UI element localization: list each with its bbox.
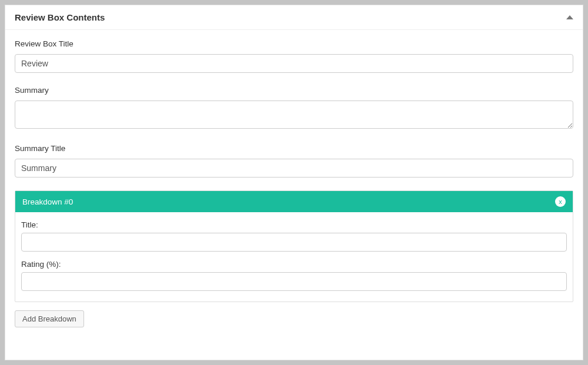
breakdown-header: Breakdown #0 x [15, 191, 573, 212]
breakdown-rating-label: Rating (%): [21, 260, 567, 269]
panel-body: Review Box Title Summary Summary Title B… [5, 30, 583, 337]
summary-title-label: Summary Title [15, 144, 573, 153]
review-box-title-group: Review Box Title [15, 39, 573, 73]
breakdown-rating-input[interactable] [21, 272, 567, 291]
panel-title: Review Box Contents [15, 12, 105, 22]
summary-group: Summary [15, 86, 573, 131]
review-box-title-label: Review Box Title [15, 39, 573, 48]
breakdown-title-group: Title: [21, 220, 567, 252]
summary-title-input[interactable] [15, 159, 573, 178]
summary-title-group: Summary Title [15, 144, 573, 178]
review-box-panel: Review Box Contents Review Box Title Sum… [5, 5, 583, 360]
breakdown-title-input[interactable] [21, 233, 567, 252]
close-icon[interactable]: x [555, 196, 566, 207]
panel-header: Review Box Contents [5, 5, 583, 30]
summary-label: Summary [15, 86, 573, 95]
add-breakdown-button[interactable]: Add Breakdown [15, 310, 84, 327]
breakdown-title-label: Title: [21, 220, 567, 229]
breakdown-title: Breakdown #0 [22, 197, 73, 206]
review-box-title-input[interactable] [15, 54, 573, 73]
breakdown-body: Title: Rating (%): [15, 212, 573, 302]
breakdown-rating-group: Rating (%): [21, 260, 567, 291]
summary-input[interactable] [15, 101, 573, 129]
collapse-toggle-icon[interactable] [566, 15, 573, 19]
breakdown-panel: Breakdown #0 x Title: Rating (%): [15, 190, 573, 302]
